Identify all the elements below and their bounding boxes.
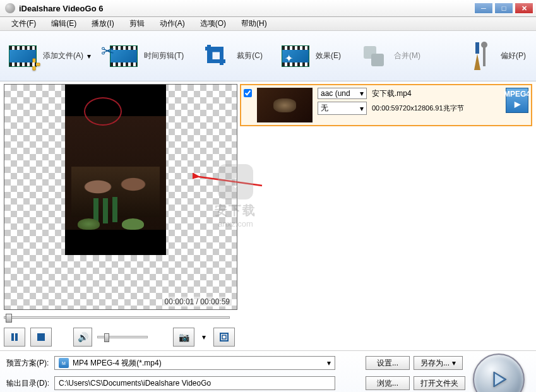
subtitle-select[interactable]: 无▾ (318, 102, 367, 115)
preferences-label: 偏好(P) (501, 50, 526, 61)
svg-rect-11 (37, 333, 45, 341)
seek-bar[interactable] (4, 311, 235, 324)
close-button[interactable]: ✕ (515, 3, 533, 14)
mp4-icon: M (59, 358, 69, 368)
file-list-item[interactable]: aac (und▾ 安下载.mp4 无▾ 00:00:59720x12806.9… (240, 84, 532, 126)
time-trim-label: 时间剪辑(T) (144, 50, 184, 61)
svg-rect-10 (15, 333, 18, 341)
scissors-icon: ✂ (109, 41, 139, 71)
saveas-button[interactable]: 另存为...▾ (414, 356, 463, 370)
fullscreen-button[interactable] (213, 328, 235, 347)
main-area: 00:00:01 / 00:00:59 aac (und▾ 安下载.mp4 无▾… (0, 81, 536, 310)
output-label: 输出目录(D): (6, 378, 51, 389)
add-file-button[interactable]: 添加文件(A) ▾ (8, 41, 91, 71)
crop-label: 裁剪(C) (237, 50, 263, 61)
settings-button[interactable]: 设置... (366, 356, 410, 370)
menu-help[interactable]: 帮助(H) (234, 17, 275, 30)
svg-rect-3 (475, 42, 479, 54)
crop-icon (201, 41, 232, 71)
menubar: 文件(F) 编辑(E) 播放(I) 剪辑 动作(A) 选项(O) 帮助(H) (0, 17, 536, 31)
volume-button[interactable]: 🔊 (73, 328, 92, 347)
stop-button[interactable] (30, 328, 52, 347)
file-thumbnail (257, 88, 313, 122)
snapshot-dropdown[interactable]: ▾ (200, 333, 208, 342)
snapshot-button[interactable]: 📷 (173, 328, 194, 347)
file-name: 安下载.mp4 (372, 88, 412, 99)
merge-button[interactable]: 合并(M) (359, 41, 420, 71)
minimize-button[interactable]: ─ (474, 3, 493, 14)
timecode: 00:00:01 / 00:00:59 (163, 297, 232, 307)
pause-button[interactable] (4, 328, 25, 347)
add-file-icon (8, 41, 38, 71)
screwdriver-icon (465, 41, 496, 71)
app-icon (5, 3, 15, 13)
bottom-section: 预置方案(P): M MP4 MPEG-4 视频(*.mp4) ▾ 设置... … (0, 350, 536, 392)
profile-combo[interactable]: M MP4 MPEG-4 视频(*.mp4) ▾ (54, 356, 335, 370)
menu-options[interactable]: 选项(O) (193, 17, 234, 30)
dropdown-icon: ▾ (87, 52, 91, 61)
file-list-pane: aac (und▾ 安下载.mp4 无▾ 00:00:59720x12806.9… (240, 84, 532, 310)
svg-rect-12 (220, 333, 228, 341)
file-info: 00:00:59720x12806.91兆字节 (372, 104, 464, 113)
add-file-label: 添加文件(A) (43, 50, 83, 61)
dropdown-icon: ▾ (327, 359, 331, 367)
toolbar: 添加文件(A) ▾ ✂ 时间剪辑(T) 裁剪(C) ✦ 效果(E) 合并(M) … (0, 31, 536, 81)
svg-rect-9 (11, 333, 14, 341)
preferences-button[interactable]: 偏好(P) (465, 41, 526, 71)
svg-rect-13 (222, 335, 226, 339)
menu-file[interactable]: 文件(F) (4, 17, 44, 30)
menu-edit[interactable]: 编辑(E) (44, 17, 84, 30)
profile-label: 预置方案(P): (6, 358, 51, 369)
menu-trim[interactable]: 剪辑 (122, 17, 152, 30)
effect-button[interactable]: ✦ 效果(E) (280, 41, 341, 71)
maximize-button[interactable]: □ (494, 3, 513, 14)
file-checkbox[interactable] (244, 89, 252, 97)
output-path-input[interactable] (54, 376, 335, 390)
titlebar: iDealshare VideoGo 6 ─ □ ✕ (0, 0, 536, 17)
merge-label: 合并(M) (394, 50, 420, 61)
format-badge: MPEG4 (506, 88, 528, 113)
audio-track-select[interactable]: aac (und▾ (318, 88, 367, 99)
preview-pane[interactable]: 00:00:01 / 00:00:59 (4, 84, 237, 310)
window-title: iDealshare VideoGo 6 (19, 4, 103, 13)
profile-value: MP4 MPEG-4 视频(*.mp4) (73, 358, 162, 369)
crop-button[interactable]: 裁剪(C) (201, 41, 263, 71)
svg-rect-2 (371, 54, 384, 66)
time-trim-button[interactable]: ✂ 时间剪辑(T) (109, 41, 184, 71)
effect-label: 效果(E) (316, 50, 341, 61)
seek-thumb[interactable] (6, 314, 12, 323)
merge-icon (359, 41, 389, 71)
open-folder-button[interactable]: 打开文件夹 (414, 376, 465, 390)
browse-button[interactable]: 浏览... (366, 376, 410, 390)
playback-controls: 🔊 📷 ▾ (4, 325, 235, 349)
effect-icon: ✦ (280, 41, 311, 71)
svg-point-6 (481, 42, 487, 48)
svg-marker-4 (474, 54, 480, 70)
volume-slider[interactable] (97, 336, 148, 338)
video-frame (65, 85, 166, 255)
menu-play[interactable]: 播放(I) (84, 17, 121, 30)
menu-action[interactable]: 动作(A) (152, 17, 193, 30)
